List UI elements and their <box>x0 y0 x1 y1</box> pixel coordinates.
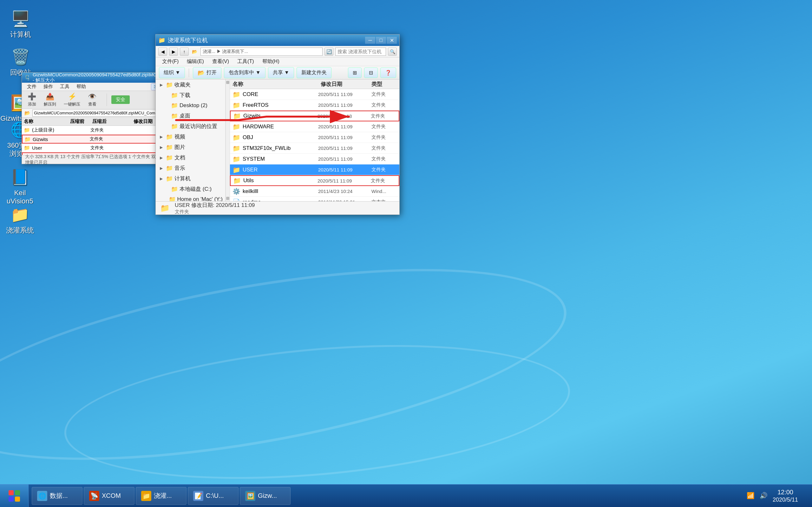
tree-arrow-8: ▶ <box>160 166 164 170</box>
tree-item-label-8: 音乐 <box>174 164 185 172</box>
tree-arrow-5: ▶ <box>160 135 164 139</box>
tree-item-2[interactable]: 📁 Desktop (2) <box>156 101 225 111</box>
menu-help[interactable]: 帮助(H) <box>258 57 283 66</box>
menu-edit[interactable]: 编辑(E) <box>183 57 207 66</box>
zip-window[interactable]: 🗜️ GizwitsMCUCommon20200509094755427ed5d… <box>21 72 177 164</box>
tray-network-icon: 📶 <box>747 492 755 499</box>
zip-menu-help[interactable]: 帮助 <box>73 83 89 90</box>
file-date-7: 2020/5/11 11:09 <box>318 167 369 172</box>
ribbon-library-btn[interactable]: 包含到库中 ▼ <box>224 67 265 78</box>
desktop-icon-img-folder-folder: 📁 <box>10 205 30 224</box>
ribbon-open-btn[interactable]: 📂 打开 <box>193 67 221 78</box>
zip-list-header: 名称 压缩前 压缩后 修改日期 <box>22 118 177 126</box>
file-row-1[interactable]: 📁 FreeRTOS 2020/5/11 11:09 文件夹 <box>230 100 399 111</box>
ribbon-share-btn[interactable]: 共享 ▼ <box>268 67 294 78</box>
tree-item-8[interactable]: ▶ 📁 音乐 <box>156 163 225 173</box>
zip-safe-btn[interactable]: 安全 <box>111 95 130 104</box>
taskbar-item-gizwits[interactable]: 🖼️ Gizw... <box>240 487 291 505</box>
start-button[interactable] <box>0 485 29 507</box>
file-date-1: 2020/5/11 11:09 <box>318 102 369 108</box>
svg-rect-3 <box>9 497 14 502</box>
file-name-0: CORE <box>243 91 316 98</box>
file-row-10[interactable]: 📄 readme 2016/11/29 15:21 文本文... <box>230 197 399 201</box>
file-row-2[interactable]: 📁 Gizwits 2020/5/11 11:13 文件夹 <box>230 111 399 121</box>
tree-item-label-1: 下载 <box>180 92 190 99</box>
file-icon-0: 📁 <box>233 91 240 98</box>
file-row-5[interactable]: 📁 STM32F10x_FWLib 2020/5/11 11:09 文件夹 <box>230 143 399 154</box>
ribbon-view-btn[interactable]: ⊞ <box>348 67 362 78</box>
tree-folder-icon-1: 📁 <box>171 92 178 99</box>
taskbar-item-wps[interactable]: 📝 C:\U... <box>188 487 239 505</box>
tree-item-3[interactable]: 📁 桌面 <box>156 111 225 121</box>
tree-item-1[interactable]: 📁 下载 <box>156 90 225 101</box>
address-box[interactable]: 浇灌... ▶ 浇灌系统下... <box>200 48 322 56</box>
taskbar-item-xcom[interactable]: 📡 XCOM <box>84 487 135 505</box>
file-row-6[interactable]: 📁 SYSTEM 2020/5/11 11:09 文件夹 <box>230 154 399 164</box>
taskbar-item-browser[interactable]: 🌐 数据... <box>32 487 83 505</box>
tree-folder-icon-6: 📁 <box>166 144 173 151</box>
zip-onekey-btn[interactable]: ⚡ 一键解压 <box>61 91 84 108</box>
tree-item-label-6: 图片 <box>174 144 185 151</box>
tree-item-11[interactable]: 📁 Home on 'Mac' (Y:) <box>156 194 225 201</box>
zip-menu-tools[interactable]: 工具 <box>57 83 72 90</box>
file-icon-3: 📁 <box>233 123 240 130</box>
zip-extract-btn[interactable]: 📤 解压到 <box>41 91 59 108</box>
file-row-7[interactable]: 📁 USER 2020/5/11 11:09 文件夹 <box>230 164 399 175</box>
tree-item-9[interactable]: ▶ 📁 计算机 <box>156 173 225 184</box>
explorer-window[interactable]: 📁 浇灌系统下位机 ─ □ ✕ ◀ ▶ ↑ 📂 浇灌... ▶ 浇灌系统下...… <box>155 34 400 215</box>
ribbon-newfolder-btn[interactable]: 新建文件夹 <box>297 67 332 78</box>
zip-view-btn[interactable]: 👁️ 查看 <box>85 91 100 108</box>
zip-menu-file[interactable]: 文件 <box>24 83 40 90</box>
search-btn[interactable]: 🔍 <box>388 48 397 56</box>
ribbon-help-btn[interactable]: ❓ <box>380 67 396 78</box>
file-name-9: keilkilll <box>243 188 316 194</box>
taskbar-clock[interactable]: 12:00 2020/5/11 <box>773 488 798 504</box>
file-date-9: 2011/4/23 10:24 <box>318 188 369 194</box>
zip-titlebar: 🗜️ GizwitsMCUCommon20200509094755427ed5d… <box>22 72 177 83</box>
tree-arrow-0: ▶ <box>160 83 164 87</box>
tree-item-6[interactable]: ▶ 📁 图片 <box>156 142 225 153</box>
search-input[interactable] <box>335 48 386 56</box>
file-row-4[interactable]: 📁 OBJ 2020/5/11 11:09 文件夹 <box>230 132 399 143</box>
zip-add-btn[interactable]: ➕ 添加 <box>24 91 39 108</box>
ribbon-preview-btn[interactable]: ⊟ <box>364 67 378 78</box>
back-btn[interactable]: ◀ <box>158 48 167 56</box>
zip-row-1[interactable]: 📁 Gizwits 文件夹 <box>22 135 177 144</box>
explorer-close-btn[interactable]: ✕ <box>387 37 397 44</box>
tree-scrollbar[interactable] <box>225 79 230 201</box>
tree-item-7[interactable]: ▶ 📁 文档 <box>156 153 225 163</box>
file-icon-10: 📄 <box>233 199 240 202</box>
explorer-ribbon: 组织 ▼ 📂 打开 包含到库中 ▼ 共享 ▼ 新建文件夹 ⊞ ⊟ ❓ <box>156 66 399 79</box>
taskbar-item-folder[interactable]: 📁 浇灌... <box>136 487 187 505</box>
zip-row-0[interactable]: 📁 (上级目录) 文件夹 <box>22 126 177 135</box>
desktop-icon-keil[interactable]: 📘 Keil uVision5 <box>6 168 34 206</box>
menu-view[interactable]: 查看(V) <box>208 57 233 66</box>
tree-item-0[interactable]: ▶ 📁 收藏夹 <box>156 79 225 90</box>
zip-row-type-1: 文件夹 <box>90 136 131 142</box>
tree-item-label-3: 桌面 <box>180 112 190 119</box>
desktop-icon-folder-folder[interactable]: 📁 浇灌系统 <box>6 205 34 234</box>
ribbon-organize-btn[interactable]: 组织 ▼ <box>159 67 185 78</box>
explorer-body: ▶ 📁 收藏夹 📁 下载 📁 Desktop (2) 📁 桌面 📁 最近访问的位… <box>156 79 399 201</box>
file-row-3[interactable]: 📁 HARDWARE 2020/5/11 11:09 文件夹 <box>230 121 399 132</box>
up-btn[interactable]: ↑ <box>180 48 189 56</box>
menu-file[interactable]: 文件(F) <box>158 57 183 66</box>
desktop-icon-computer[interactable]: 🖥️ 计算机 <box>6 9 35 39</box>
tree-item-4[interactable]: 📁 最近访问的位置 <box>156 121 225 131</box>
tree-folder-icon-10: 📁 <box>171 186 178 193</box>
file-date-0: 2020/5/11 11:09 <box>318 92 369 97</box>
tree-item-5[interactable]: ▶ 📁 视频 <box>156 131 225 142</box>
file-row-9[interactable]: ⚙️ keilkilll 2011/4/23 10:24 Wind... <box>230 186 399 197</box>
refresh-btn[interactable]: 🔄 <box>324 48 334 56</box>
taskbar-wps-icon: 📝 <box>193 491 203 501</box>
file-row-8[interactable]: 📁 Utils 2020/5/11 11:09 文件夹 <box>230 175 399 186</box>
menu-tools[interactable]: 工具(T) <box>234 57 258 66</box>
tree-item-10[interactable]: 📁 本地磁盘 (C:) <box>156 184 225 194</box>
zip-menu-action[interactable]: 操作 <box>40 83 56 90</box>
zip-row-2[interactable]: 📁 User 文件夹 <box>22 144 177 153</box>
explorer-maximize-btn[interactable]: □ <box>376 37 386 44</box>
tree-folder-icon-3: 📁 <box>171 112 178 119</box>
explorer-minimize-btn[interactable]: ─ <box>365 37 375 44</box>
forward-btn[interactable]: ▶ <box>169 48 178 56</box>
file-row-0[interactable]: 📁 CORE 2020/5/11 11:09 文件夹 <box>230 89 399 100</box>
